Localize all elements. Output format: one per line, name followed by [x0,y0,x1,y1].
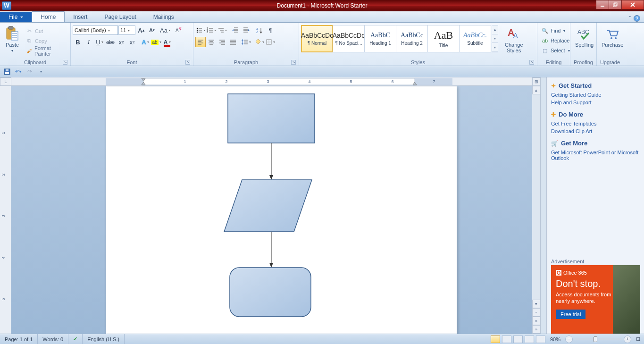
minimize-ribbon-icon[interactable]: ˆ [629,15,631,22]
borders-button[interactable] [265,37,276,47]
qat-customize[interactable]: ▾ [37,67,45,76]
cut-button[interactable]: ✂Cut [24,26,68,36]
zoom-value[interactable]: 90% [550,336,560,342]
panel-toggle[interactable] [540,77,547,334]
font-color-button[interactable]: A [162,37,172,47]
line-spacing-button[interactable] [241,37,251,47]
status-page[interactable]: Page: 1 of 1 [0,334,38,344]
multilevel-button[interactable] [217,25,227,35]
grow-font-button[interactable]: A▴ [136,25,146,35]
copy-button[interactable]: ⧉Copy [24,36,68,46]
subscript-button[interactable]: x2 [116,37,126,47]
tab-selector[interactable]: L [0,77,11,86]
outdent-button[interactable] [230,25,241,35]
view-draft[interactable] [536,336,545,343]
minimize-button[interactable] [596,0,609,9]
indent-button[interactable] [241,25,251,35]
redo-button[interactable]: ↷ [25,67,34,76]
next-page-button[interactable]: » [532,325,540,334]
text-effects-button[interactable]: A [140,37,151,47]
horizontal-ruler[interactable]: 123 456 7 [11,77,532,86]
view-print-layout[interactable] [491,336,500,343]
show-marks-button[interactable]: ¶ [265,25,276,35]
tab-insert[interactable]: Insert [65,12,96,22]
status-language[interactable]: English (U.S.) [83,334,125,344]
zoom-out-button[interactable]: − [565,336,573,343]
link-templates[interactable]: Get Free Templates [551,120,640,127]
bold-button[interactable]: B [73,37,83,47]
numbering-button[interactable]: 123 [206,25,217,35]
select-button[interactable]: ⬚Select▾ [539,46,572,55]
link-getting-started[interactable]: Getting Started Guide [551,91,640,99]
tab-mailings[interactable]: Mailings [145,12,183,22]
tab-page-layout[interactable]: Page Layout [96,12,144,22]
zoom-fit-icon[interactable]: ⊡ [636,336,640,342]
format-painter-button[interactable]: 🖌Format Painter [24,46,68,56]
justify-button[interactable] [228,37,238,47]
clear-format-button[interactable]: A [173,25,184,35]
change-styles-button[interactable]: AA Change Styles [502,25,526,54]
help-icon[interactable]: ? [634,15,640,22]
sort-button[interactable]: AZ [254,25,265,35]
scroll-down-button[interactable]: ▾ [532,300,540,308]
svg-text:2: 2 [1,173,6,176]
style-heading-1[interactable]: AaBbCHeading 1 [364,25,396,52]
spelling-button[interactable]: ABC Spelling [572,25,596,49]
font-name-combo[interactable]: Calibri (Body)▾ [73,25,118,35]
link-clipart[interactable]: Download Clip Art [551,127,640,135]
zoom-slider[interactable] [575,338,622,340]
style-subtitle[interactable]: AaBbCc.Subtitle [459,25,491,52]
purchase-button[interactable]: Purchase [599,25,626,49]
clipboard-launcher[interactable]: ↘ [63,60,67,65]
zoom-in-button[interactable]: + [624,336,631,343]
page-area[interactable] [11,86,532,334]
style-heading-2[interactable]: AaBbCcHeading 2 [396,25,428,52]
ad-cta-button[interactable]: Free trial [556,310,585,319]
shrink-font-button[interactable]: A▾ [147,25,157,35]
styles-scroll[interactable]: ▴▾▾ [492,25,498,52]
style---normal[interactable]: AaBbCcDc¶ Normal [301,25,333,52]
style-title[interactable]: AaBTitle [427,25,460,52]
underline-button[interactable]: U [94,37,105,47]
undo-button[interactable]: ↶▾ [14,67,23,76]
shading-button[interactable] [254,37,265,47]
status-proofing[interactable]: ✔ [68,334,83,344]
browse-object-button[interactable]: ◦ [532,308,540,317]
document-page[interactable] [106,86,457,334]
vertical-ruler[interactable]: 1 2 3 4 5 [0,86,11,334]
link-help[interactable]: Help and Support [551,99,640,106]
view-web-layout[interactable] [513,336,523,343]
close-button[interactable] [621,0,644,9]
italic-button[interactable]: I [84,37,94,47]
find-button[interactable]: 🔍Find▾ [539,26,572,35]
tab-file[interactable]: File [0,12,32,22]
view-full-screen[interactable] [502,336,511,343]
change-case-button[interactable]: Aa [160,25,170,35]
align-left-button[interactable] [195,37,206,47]
align-right-button[interactable] [217,37,227,47]
paragraph-launcher[interactable]: ↘ [291,60,296,65]
restore-button[interactable] [609,0,622,9]
view-outline[interactable] [525,336,534,343]
styles-gallery[interactable]: AaBbCcDc¶ NormalAaBbCcDc¶ No Spaci...AaB… [301,25,491,52]
link-get-office[interactable]: Get Microsoft PowerPoint or Microsoft Ou… [551,149,640,162]
status-words[interactable]: Words: 0 [38,334,68,344]
ruler-toggle-icon[interactable]: ⊞ [532,77,540,86]
styles-launcher[interactable]: ↘ [529,60,534,65]
tab-home[interactable]: Home [32,11,65,22]
font-launcher[interactable]: ↘ [185,60,190,65]
highlight-button[interactable]: ab [151,37,161,47]
vertical-scrollbar[interactable]: ⊞ ▴ ▾ ◦ « » [532,77,540,334]
strike-button[interactable]: abc [105,37,116,47]
prev-page-button[interactable]: « [532,317,540,325]
superscript-button[interactable]: x2 [127,37,137,47]
scroll-up-button[interactable]: ▴ [532,86,540,94]
font-size-combo[interactable]: 11▾ [118,25,135,35]
advertisement[interactable]: OOffice 365 Don't stop. Access documents… [551,265,640,334]
replace-button[interactable]: abReplace [539,36,572,45]
save-button[interactable] [3,67,11,76]
paste-button[interactable]: Paste ▾ [2,25,23,54]
bullets-button[interactable] [195,25,206,35]
align-center-button[interactable] [206,37,217,47]
style---no-spaci---[interactable]: AaBbCcDc¶ No Spaci... [333,25,365,52]
